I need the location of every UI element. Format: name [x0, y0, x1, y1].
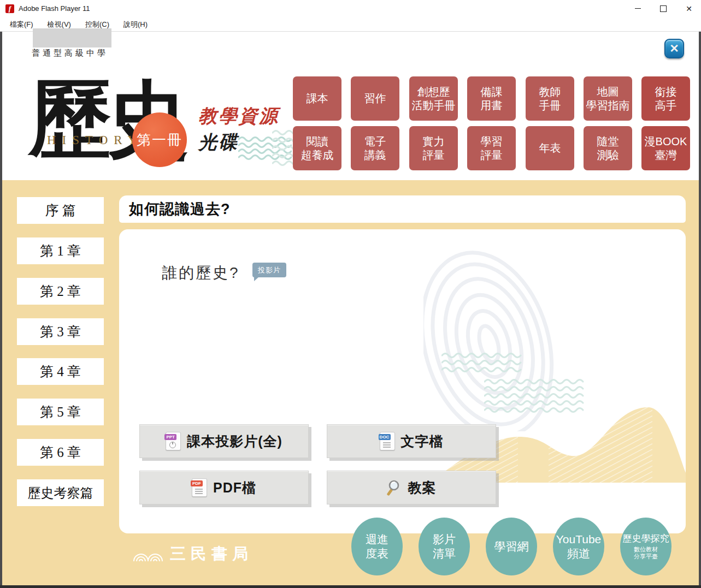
doc-file-icon: DOC [380, 432, 395, 450]
resource-button-activity-handbook[interactable]: 創想歷活動手冊 [409, 76, 458, 121]
sidebar-item-chapter-3[interactable]: 第 3 章 [17, 318, 104, 345]
close-icon: ✕ [686, 5, 692, 13]
publisher-logo: 三民書局 [133, 543, 253, 565]
history-inquiry-platform-button[interactable]: 歷史學探究 數位教材分享平臺 [620, 518, 671, 575]
tagline-disc: 光碟 [198, 130, 239, 155]
maximize-button[interactable] [651, 0, 676, 17]
app-close-icon: ✕ [669, 42, 679, 55]
sidebar-label: 第 4 章 [40, 363, 81, 381]
resource-button-textbook[interactable]: 課本 [293, 76, 341, 121]
volume-badge: 第一冊 [132, 112, 187, 167]
resource-button-learning-assessment[interactable]: 學習評量 [467, 126, 516, 170]
publisher-name: 三民書局 [170, 543, 253, 565]
resource-label: 講義 [364, 149, 386, 162]
topic-item[interactable]: 誰的歷史? [162, 263, 240, 283]
app-close-button[interactable]: ✕ [664, 39, 684, 58]
resource-label: 學習 [481, 135, 503, 149]
resource-button-quiz[interactable]: 隨堂測驗 [584, 126, 632, 170]
resource-label: 評量 [481, 149, 503, 162]
sidebar-item-chapter-4[interactable]: 第 4 章 [17, 358, 104, 385]
resource-button-workbook[interactable]: 習作 [351, 76, 399, 121]
school-name: 普通型高級中學 [32, 48, 108, 58]
circle-label: 影片 [433, 532, 456, 547]
title-bar: f Adobe Flash Player 11 ✕ [0, 0, 701, 17]
sidebar-label: 序 篇 [45, 201, 75, 219]
slides-tag-label: 投影片 [258, 265, 281, 275]
sidebar-item-chapter-5[interactable]: 第 5 章 [17, 399, 104, 425]
resource-label: 手冊 [539, 99, 561, 112]
section-header: 如何認識過去? [119, 195, 686, 223]
minimize-icon [635, 8, 641, 9]
menu-file[interactable]: 檔案(F) [10, 20, 33, 29]
circle-label: 週進 [366, 532, 388, 547]
resource-button-map-study-guide[interactable]: 地圖學習指南 [584, 76, 632, 121]
resource-button-manbook-taiwan[interactable]: 漫BOOK臺灣 [641, 126, 690, 170]
subject-logo-english: HISTORY [47, 133, 143, 147]
maximize-icon [660, 5, 667, 12]
learning-web-button[interactable]: 學習網 [486, 518, 537, 575]
menu-view[interactable]: 檢視(V) [48, 20, 71, 29]
section-title: 如何認識過去? [129, 199, 231, 219]
pdf-icon-label: PDF [191, 480, 203, 486]
file-button-label: 文字檔 [401, 432, 444, 450]
content-panel: 誰的歷史? 投影片 PPT 課本投影片(全) DOC 文字檔 PDF PDF檔 … [119, 229, 686, 533]
adobe-flash-player-window: f Adobe Flash Player 11 ✕ 檔案(F) 檢視(V) 控制… [0, 0, 701, 588]
sidebar-item-chapter-1[interactable]: 第 1 章 [17, 237, 104, 264]
resource-label: 地圖 [597, 85, 619, 99]
window-border-right [699, 32, 701, 588]
sidebar-item-chapter-6[interactable]: 第 6 章 [17, 439, 104, 466]
resource-button-bridging-expert[interactable]: 銜接高手 [641, 76, 690, 121]
circle-sublabel-line: 分享平臺 [634, 553, 658, 560]
school-logo-redacted [33, 28, 111, 47]
resource-button-timeline[interactable]: 年表 [526, 126, 574, 170]
circle-label: YouTube [556, 532, 602, 547]
circle-sublabel: 數位教材分享平臺 [634, 546, 658, 560]
sidebar-item-chapter-2[interactable]: 第 2 章 [17, 278, 104, 305]
resource-label: 臺灣 [655, 149, 677, 162]
circle-sublabel-line: 數位教材 [634, 546, 658, 553]
file-button-label: 課本投影片(全) [187, 432, 282, 450]
text-lines-glyph [195, 489, 203, 490]
resource-label: 創想歷 [417, 85, 450, 99]
resource-label: 隨堂 [597, 135, 619, 149]
taskbar-sliver [0, 585, 701, 588]
sidebar-item-intro[interactable]: 序 篇 [17, 197, 104, 224]
resource-button-ability-assessment[interactable]: 實力評量 [409, 126, 458, 170]
resource-button-lesson-prep-book[interactable]: 備課用書 [467, 76, 516, 121]
resource-label: 習作 [364, 92, 386, 105]
menu-control[interactable]: 控制(C) [85, 20, 109, 29]
sidebar-label: 歷史考察篇 [28, 484, 93, 502]
resource-label: 測驗 [597, 149, 619, 162]
resource-button-teacher-manual[interactable]: 教師手冊 [526, 76, 574, 121]
tagline-resource: 教學資源 [198, 104, 279, 129]
lesson-plan-button[interactable]: 教案 [327, 471, 496, 504]
sidebar-item-field-study[interactable]: 歷史考察篇 [17, 479, 104, 506]
ppt-file-icon: PPT [166, 432, 181, 450]
weekly-progress-button[interactable]: 週進 度表 [351, 518, 403, 575]
video-list-button[interactable]: 影片 清單 [419, 518, 470, 575]
magnifier-icon [387, 479, 402, 496]
youtube-channel-button[interactable]: YouTube 頻道 [553, 518, 604, 575]
pdf-file-icon: PDF [192, 478, 207, 497]
slides-tag: 投影片 [252, 263, 286, 277]
pdf-file-button[interactable]: PDF PDF檔 [139, 471, 309, 504]
resource-label: 教師 [539, 85, 561, 99]
resource-label: 學習指南 [586, 99, 630, 112]
sidebar-label: 第 5 章 [40, 403, 81, 421]
slides-all-button[interactable]: PPT 課本投影片(全) [139, 424, 309, 458]
resource-label: 活動手冊 [412, 99, 456, 112]
sidebar-label: 第 6 章 [40, 443, 81, 461]
resource-button-reading-booster[interactable]: 閱讀超養成 [293, 126, 341, 170]
window-close-button[interactable]: ✕ [676, 0, 701, 17]
resource-label: 漫BOOK [645, 135, 687, 149]
volume-label: 第一冊 [137, 130, 182, 150]
circle-label: 學習網 [494, 539, 529, 554]
text-file-button[interactable]: DOC 文字檔 [327, 424, 496, 458]
circle-label: 度表 [366, 547, 388, 561]
window-title: Adobe Flash Player 11 [19, 0, 90, 17]
doc-icon-label: DOC [379, 434, 391, 440]
resource-button-e-lecture-notes[interactable]: 電子講義 [351, 126, 399, 170]
minimize-button[interactable] [625, 0, 650, 17]
resource-label: 閱讀 [307, 135, 328, 149]
menu-help[interactable]: 說明(H) [123, 20, 148, 29]
